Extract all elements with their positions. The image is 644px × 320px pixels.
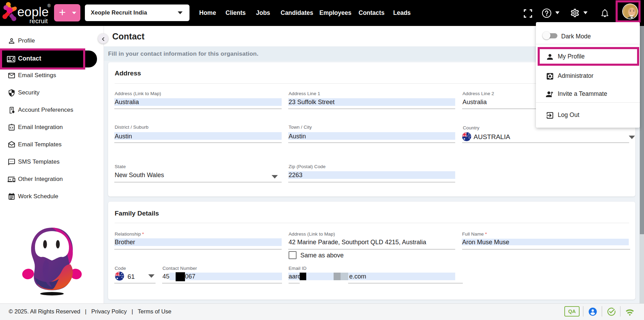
svg-text:recruit: recruit: [29, 17, 48, 25]
svg-text:eople: eople: [17, 5, 49, 19]
svg-text:®: ®: [47, 3, 51, 8]
